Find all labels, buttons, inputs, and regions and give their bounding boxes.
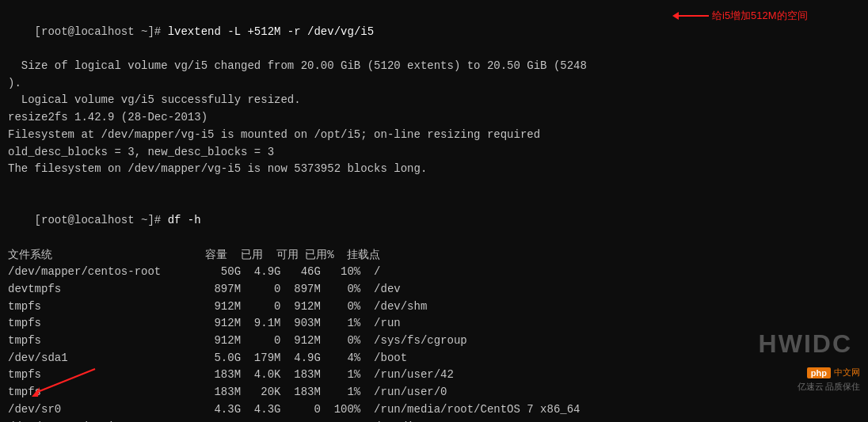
df-row-vg-i5: /dev/mapper/vg-i5 21G 45M 19G 1% /opt/i5	[8, 419, 860, 423]
output-line-2: ).	[8, 75, 860, 93]
watermark-cn: 中文网	[834, 367, 860, 378]
df-row-devtmpfs: devtmpfs 897M 0 897M 0% /dev	[8, 281, 860, 298]
output-line-5: Filesystem at /dev/mapper/vg-i5 is mount…	[8, 127, 860, 144]
df-row-centos-root: /dev/mapper/centos-root 50G 4.9G 46G 10%…	[8, 264, 860, 281]
df-row-sr0: /dev/sr0 4.3G 4.3G 0 100% /run/media/roo…	[8, 401, 860, 419]
annotation-arrow-2	[32, 365, 111, 400]
prompt-2: [root@localhost ~]#	[35, 214, 168, 226]
watermark-quality: 品质保住	[825, 381, 860, 393]
watermark-hwidc: HWIDC	[759, 329, 852, 359]
df-row-tmpfs-shm: tmpfs 912M 0 912M 0% /dev/shm	[8, 298, 860, 316]
watermark-php: php	[807, 367, 831, 378]
watermark-yiyun-container: 亿速云 品质保住	[798, 381, 860, 393]
output-line-6: old_desc_blocks = 3, new_desc_blocks = 3	[8, 144, 860, 162]
command-line-2: [root@localhost ~]# df -h	[8, 196, 860, 247]
command-1: lvextend -L +512M -r /dev/vg/i5	[168, 25, 374, 38]
output-line-1: Size of logical volume vg/i5 changed fro…	[8, 58, 860, 75]
df-row-tmpfs-42: tmpfs 183M 4.0K 183M 1% /run/user/42	[8, 367, 860, 384]
df-row-sda1: /dev/sda1 5.0G 179M 4.9G 4% /boot	[8, 350, 860, 367]
prompt-1: [root@localhost ~]#	[35, 25, 168, 38]
df-row-tmpfs-0: tmpfs 183M 20K 183M 1% /run/user/0	[8, 384, 860, 401]
command-2: df -h	[168, 214, 201, 226]
output-line-3: Logical volume vg/i5 successfully resize…	[8, 92, 860, 109]
output-line-7: The filesystem on /dev/mapper/vg-i5 is n…	[8, 161, 860, 178]
annotation-arrow-1: 给i5增加512M的空间	[677, 9, 808, 23]
watermark-yiyun: 亿速云	[798, 381, 824, 393]
svg-line-0	[36, 369, 95, 393]
blank-line	[8, 178, 860, 196]
output-line-4: resize2fs 1.42.9 (28-Dec-2013)	[8, 109, 860, 127]
df-header: 文件系统 容量 已用 可用 已用% 挂载点	[8, 247, 860, 264]
df-row-tmpfs-run: tmpfs 912M 9.1M 903M 1% /run	[8, 315, 860, 333]
annotation-text-1: 给i5增加512M的空间	[712, 9, 808, 23]
terminal-window: [root@localhost ~]# lvextend -L +512M -r…	[0, 0, 868, 422]
df-row-tmpfs-cgroup: tmpfs 912M 0 912M 0% /sys/fs/cgroup	[8, 333, 860, 350]
svg-marker-1	[32, 387, 40, 397]
